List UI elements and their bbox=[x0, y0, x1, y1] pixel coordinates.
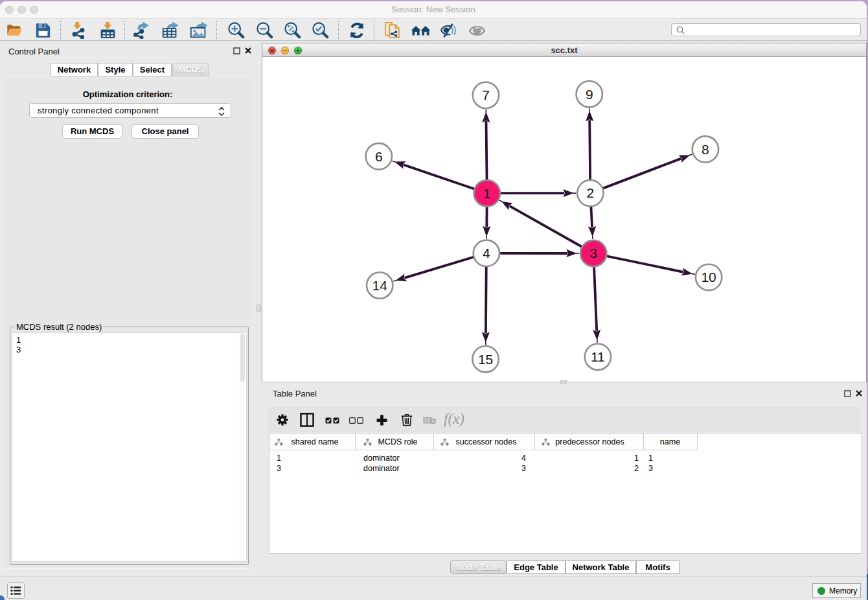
svg-text:3: 3 bbox=[589, 246, 597, 260]
svg-text:7: 7 bbox=[482, 87, 490, 102]
svg-text:11: 11 bbox=[591, 349, 605, 364]
svg-text:9: 9 bbox=[586, 87, 593, 102]
svg-text:15: 15 bbox=[478, 352, 493, 367]
svg-text:6: 6 bbox=[375, 149, 383, 164]
svg-text:10: 10 bbox=[701, 270, 716, 284]
svg-text:4: 4 bbox=[483, 246, 490, 260]
svg-text:1: 1 bbox=[483, 186, 491, 201]
svg-text:14: 14 bbox=[372, 278, 388, 293]
svg-text:2: 2 bbox=[586, 185, 594, 200]
svg-text:8: 8 bbox=[702, 142, 709, 157]
